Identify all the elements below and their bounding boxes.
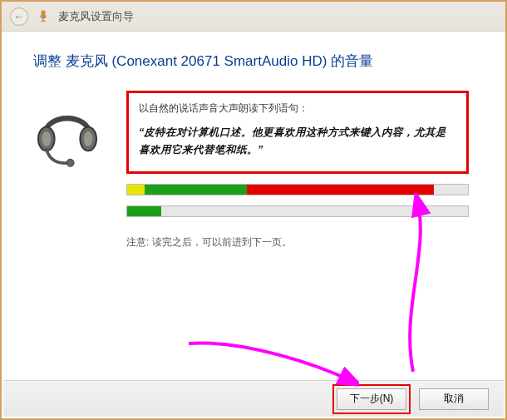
meter-segment <box>145 185 247 195</box>
reading-box: 以自然的说话声音大声朗读下列语句： “皮特在对计算机口述。他更喜欢用这种方式来键… <box>126 91 469 174</box>
arrow-left-icon: ← <box>13 10 25 23</box>
svg-point-6 <box>84 131 93 146</box>
svg-point-5 <box>42 131 51 146</box>
meter-segment <box>434 185 468 195</box>
meter-segment <box>247 185 435 195</box>
next-button-highlight: 下一步(N) <box>332 384 411 414</box>
right-panel: 以自然的说话声音大声朗读下列语句： “皮特在对计算机口述。他更喜欢用这种方式来键… <box>126 91 480 250</box>
page-heading: 调整 麦克风 (Conexant 20671 SmartAudio HD) 的音… <box>33 52 480 71</box>
meter-segment <box>127 206 161 216</box>
cancel-button[interactable]: 取消 <box>419 388 489 410</box>
reading-instruction: 以自然的说话声音大声朗读下列语句： <box>139 101 456 116</box>
window-title: 麦克风设置向导 <box>58 9 134 24</box>
main-row: 以自然的说话声音大声朗读下列语句： “皮特在对计算机口述。他更喜欢用这种方式来键… <box>30 91 480 250</box>
microphone-icon <box>37 10 50 23</box>
back-button[interactable]: ← <box>10 7 28 26</box>
hint-text: 注意: 读完之后，可以前进到下一页。 <box>126 235 469 250</box>
footer-bar: 下一步(N) 取消 <box>3 380 504 417</box>
volume-meter-2 <box>126 205 469 217</box>
volume-meter-1 <box>126 184 469 195</box>
title-bar: ← 麦克风设置向导 <box>2 2 505 32</box>
next-button[interactable]: 下一步(N) <box>337 388 406 410</box>
svg-rect-0 <box>42 10 45 17</box>
svg-point-7 <box>66 159 74 166</box>
meter-segment <box>161 206 468 216</box>
content-area: 调整 麦克风 (Conexant 20671 SmartAudio HD) 的音… <box>2 32 505 250</box>
headset-icon <box>30 94 105 169</box>
meter-segment <box>127 185 145 195</box>
reading-quote: “皮特在对计算机口述。他更喜欢用这种方式来键入内容，尤其是喜欢用它来代替笔和纸。… <box>139 124 456 160</box>
